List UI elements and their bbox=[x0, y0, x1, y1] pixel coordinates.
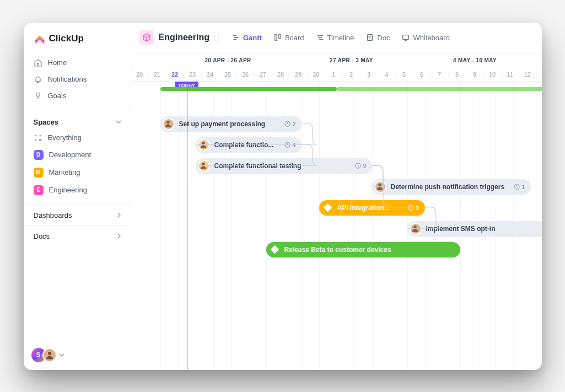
task-name: Complete functio... bbox=[214, 141, 274, 149]
main: Engineering Gantt Board Timeline Doc bbox=[131, 23, 542, 370]
timeline-header: 20 APR - 26 APR27 APR - 3 MAY4 MAY - 10 … bbox=[131, 53, 542, 82]
day-cell[interactable]: 21 bbox=[149, 71, 166, 78]
task-row[interactable]: Release Beta to customer devices bbox=[266, 241, 460, 258]
task-row[interactable]: Implement SMS opt-in bbox=[407, 221, 542, 237]
avatar bbox=[374, 181, 386, 193]
sidebar-item-engineering[interactable]: E Engineering bbox=[29, 181, 125, 199]
day-cell[interactable]: 30 bbox=[308, 71, 325, 78]
task-bar[interactable]: Determine push notification triggers1 bbox=[372, 179, 531, 195]
avatar bbox=[198, 139, 210, 151]
week-row: 20 APR - 26 APR27 APR - 3 MAY4 MAY - 10 … bbox=[131, 53, 542, 68]
chevron-right-icon bbox=[116, 212, 122, 218]
task-name: Release Beta to customer devices bbox=[284, 246, 391, 254]
week-label: 4 MAY - 10 MAY bbox=[413, 57, 537, 63]
spaces-header[interactable]: Spaces bbox=[24, 115, 131, 130]
task-row[interactable]: Set up payment processing2 bbox=[160, 116, 302, 132]
day-cell[interactable]: 10 bbox=[484, 71, 502, 78]
day-cell[interactable]: 7 bbox=[431, 71, 449, 78]
svg-point-23 bbox=[378, 183, 381, 186]
day-cell[interactable]: 3 bbox=[360, 71, 378, 78]
day-cell[interactable]: 5 bbox=[396, 71, 413, 78]
sidebar-link-docs[interactable]: Docs bbox=[24, 225, 131, 246]
divider bbox=[24, 110, 131, 110]
sidebar-item-everything[interactable]: Everything bbox=[29, 130, 125, 146]
day-cell[interactable]: 1 bbox=[325, 71, 343, 78]
task-bar[interactable]: Release Beta to customer devices bbox=[266, 242, 460, 257]
sidebar-item-label: Everything bbox=[48, 133, 82, 142]
task-name: Set up payment processing bbox=[179, 120, 266, 128]
view-tab-board[interactable]: Board bbox=[270, 31, 309, 45]
nav-home[interactable]: Home bbox=[29, 55, 125, 71]
svg-rect-7 bbox=[234, 39, 236, 40]
day-cell[interactable]: 11 bbox=[502, 71, 519, 78]
space-chip[interactable]: Engineering bbox=[139, 30, 209, 45]
nav-goals[interactable]: Goals bbox=[29, 88, 125, 104]
nav-label: Goals bbox=[48, 92, 67, 100]
day-cell[interactable]: 27 bbox=[255, 71, 272, 78]
task-bar[interactable]: API integration...1 bbox=[319, 200, 425, 216]
day-cell[interactable]: 6 bbox=[413, 71, 431, 78]
sidebar-item-label: Engineering bbox=[49, 186, 87, 194]
milestone-icon bbox=[323, 203, 332, 212]
task-bar[interactable]: Implement SMS opt-in bbox=[407, 221, 542, 237]
gantt-chart[interactable]: TODAYSet up payment processing2Complete … bbox=[131, 82, 542, 370]
view-tab-timeline[interactable]: Timeline bbox=[312, 31, 359, 45]
day-cell[interactable]: 4 bbox=[378, 71, 396, 78]
day-cell[interactable]: 9 bbox=[466, 71, 484, 78]
timeline-icon bbox=[316, 34, 324, 41]
day-cell[interactable]: 26 bbox=[237, 71, 255, 78]
trophy-icon bbox=[34, 92, 42, 100]
subtask-count: 9 bbox=[355, 163, 366, 169]
user-menu[interactable]: S bbox=[31, 348, 64, 362]
svg-point-4 bbox=[48, 352, 51, 355]
sidebar: ClickUp Home Notifications Goals Spaces … bbox=[24, 23, 131, 370]
task-row[interactable]: Complete functional testing9 bbox=[196, 158, 372, 174]
view-tab-doc[interactable]: Doc bbox=[362, 31, 394, 45]
brand[interactable]: ClickUp bbox=[24, 30, 131, 55]
avatar bbox=[198, 160, 210, 172]
sidebar-link-label: Dashboards bbox=[34, 211, 72, 219]
nav-notifications[interactable]: Notifications bbox=[29, 71, 125, 88]
view-tab-label: Timeline bbox=[327, 34, 354, 42]
sidebar-link-dashboards[interactable]: Dashboards bbox=[24, 205, 131, 225]
day-cell[interactable]: 12 bbox=[519, 71, 537, 78]
task-row[interactable]: Determine push notification triggers1 bbox=[372, 179, 531, 195]
svg-point-26 bbox=[413, 225, 416, 228]
view-tab-label: Gantt bbox=[243, 34, 262, 42]
svg-rect-5 bbox=[233, 35, 236, 36]
task-row[interactable]: Complete functio...4 bbox=[196, 137, 302, 153]
view-tab-whiteboard[interactable]: Whiteboard bbox=[397, 31, 454, 45]
day-cell[interactable]: 24 bbox=[202, 71, 219, 78]
primary-nav: Home Notifications Goals bbox=[24, 55, 131, 104]
subtask-count: 2 bbox=[284, 121, 295, 127]
sidebar-item-development[interactable]: D Development bbox=[29, 146, 125, 164]
nav-label: Home bbox=[48, 58, 67, 67]
task-name: API integration... bbox=[337, 204, 390, 212]
brand-name: ClickUp bbox=[49, 33, 84, 44]
task-bar[interactable]: Complete functional testing9 bbox=[196, 158, 372, 174]
day-cell[interactable]: 8 bbox=[449, 71, 466, 78]
sidebar-item-marketing[interactable]: M Marketing bbox=[29, 164, 125, 181]
day-cell[interactable]: 28 bbox=[272, 71, 290, 78]
task-row[interactable]: API integration...1 bbox=[319, 200, 425, 216]
app-window: ClickUp Home Notifications Goals Spaces … bbox=[24, 23, 542, 370]
subtask-count: 1 bbox=[408, 205, 419, 211]
progress-remaining bbox=[337, 87, 542, 91]
task-bar[interactable]: Complete functio...4 bbox=[196, 137, 302, 153]
svg-point-2 bbox=[35, 139, 36, 141]
day-cell[interactable]: 29 bbox=[290, 71, 308, 78]
nav-label: Notifications bbox=[48, 75, 87, 83]
svg-point-21 bbox=[202, 162, 205, 165]
svg-point-17 bbox=[166, 120, 169, 123]
toolbar: Engineering Gantt Board Timeline Doc bbox=[131, 23, 542, 53]
home-icon bbox=[34, 58, 42, 67]
sidebar-item-label: Marketing bbox=[49, 168, 80, 176]
task-bar[interactable]: Set up payment processing2 bbox=[160, 116, 302, 132]
day-cell[interactable]: 25 bbox=[219, 71, 237, 78]
view-tab-gantt[interactable]: Gantt bbox=[228, 31, 266, 45]
day-cell[interactable]: 23 bbox=[184, 71, 202, 78]
day-cell[interactable]: 2 bbox=[343, 71, 360, 78]
day-cell[interactable]: 20 bbox=[131, 71, 149, 78]
chevron-right-icon bbox=[116, 233, 122, 239]
day-cell[interactable]: 22 bbox=[166, 71, 184, 78]
